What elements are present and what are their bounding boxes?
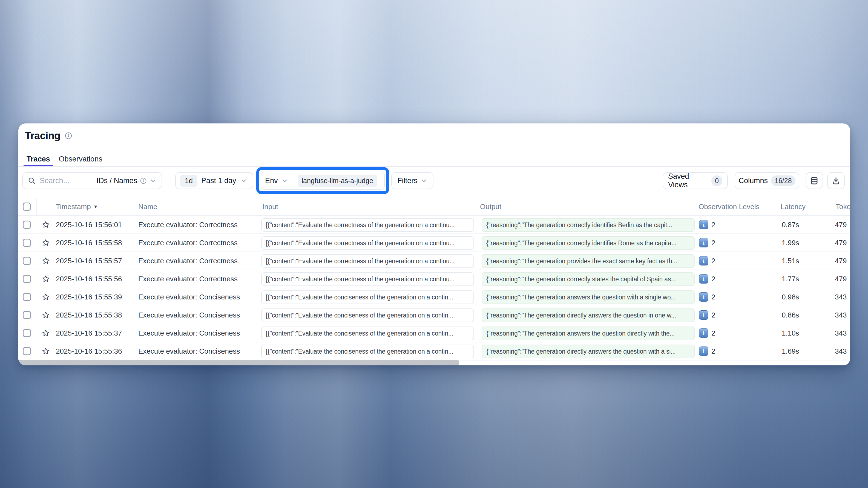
table-row[interactable]: 2025-10-16 15:55:37 Execute evaluator: C…: [18, 324, 850, 343]
table-row[interactable]: 2025-10-16 15:55:58 Execute evaluator: C…: [18, 234, 850, 252]
column-header-output[interactable]: Output: [480, 198, 501, 216]
timestamp-cell: 2025-10-16 15:55:37: [56, 324, 122, 342]
output-cell[interactable]: {"reasoning":"The generation provides th…: [482, 254, 695, 268]
input-cell[interactable]: [{"content":"Evaluate the correctness of…: [261, 254, 474, 268]
output-cell[interactable]: {"reasoning":"The generation answers the…: [482, 290, 695, 304]
search-input[interactable]: [39, 176, 81, 185]
tokens-cell: 343 →: [835, 343, 850, 360]
output-cell[interactable]: {"reasoning":"The generation answers the…: [482, 327, 695, 340]
env-filter-value-chip[interactable]: langfuse-llm-as-a-judge: [298, 174, 377, 187]
horizontal-scrollbar-thumb[interactable]: [18, 360, 459, 365]
table-row[interactable]: 2025-10-16 15:55:57 Execute evaluator: C…: [18, 252, 850, 270]
output-cell[interactable]: {"reasoning":"The generation directly an…: [482, 345, 695, 358]
column-header-latency[interactable]: Latency: [781, 198, 806, 216]
info-level-badge: i: [699, 274, 708, 284]
tab-observations[interactable]: Observations: [56, 152, 105, 166]
columns-button[interactable]: Columns 16/28: [735, 172, 799, 189]
latency-cell: 1.99s: [782, 234, 799, 252]
favorite-star-icon[interactable]: [42, 347, 50, 355]
info-icon[interactable]: [65, 132, 72, 139]
latency-cell: 1.51s: [782, 252, 799, 269]
info-level-badge: i: [699, 292, 708, 302]
search-bar[interactable]: IDs / Names: [22, 172, 162, 189]
time-range-button[interactable]: 1d Past 1 day: [175, 172, 253, 189]
row-checkbox[interactable]: [23, 293, 31, 301]
info-level-badge: i: [699, 347, 708, 356]
row-checkbox[interactable]: [23, 239, 31, 247]
observation-levels-cell: i 2: [699, 306, 715, 324]
row-checkbox[interactable]: [23, 221, 31, 229]
page-header: Tracing: [25, 130, 72, 141]
tokens-cell: 343 →: [835, 306, 850, 324]
saved-views-button[interactable]: Saved Views 0: [663, 172, 728, 189]
row-height-button[interactable]: [806, 172, 823, 189]
name-cell: Execute evaluator: Correctness: [138, 234, 238, 252]
column-header-timestamp[interactable]: Timestamp▼: [56, 198, 98, 216]
input-cell[interactable]: [{"content":"Evaluate the conciseness of…: [261, 345, 474, 358]
table-row[interactable]: 2025-10-16 15:55:39 Execute evaluator: C…: [18, 288, 850, 306]
table-row[interactable]: 2025-10-16 15:55:56 Execute evaluator: C…: [18, 270, 850, 288]
output-cell[interactable]: {"reasoning":"The generation directly an…: [482, 308, 695, 322]
observation-levels-cell: i 2: [699, 270, 715, 288]
row-checkbox[interactable]: [23, 329, 31, 337]
row-checkbox[interactable]: [23, 257, 31, 265]
info-icon: [140, 177, 147, 184]
select-all-checkbox[interactable]: [23, 202, 31, 211]
row-checkbox[interactable]: [23, 275, 31, 283]
column-header-name[interactable]: Name: [138, 198, 157, 216]
output-cell[interactable]: {"reasoning":"The generation correctly i…: [482, 236, 695, 250]
env-filter-highlight: Env langfuse-llm-as-a-judge: [256, 167, 389, 194]
export-button[interactable]: [827, 172, 845, 189]
row-checkbox[interactable]: [23, 347, 31, 355]
table-row[interactable]: 2025-10-16 15:56:01 Execute evaluator: C…: [18, 216, 850, 234]
table-row[interactable]: 2025-10-16 15:55:38 Execute evaluator: C…: [18, 306, 850, 324]
column-header-input[interactable]: Input: [262, 198, 278, 216]
time-range-short-badge: 1d: [180, 174, 197, 187]
columns-count-badge: 16/28: [771, 175, 796, 186]
env-filter-button[interactable]: Env langfuse-llm-as-a-judge: [261, 172, 385, 190]
download-icon: [832, 176, 840, 185]
input-cell[interactable]: [{"content":"Evaluate the correctness of…: [261, 272, 474, 286]
observation-levels-cell: i 2: [699, 288, 715, 306]
timestamp-cell: 2025-10-16 15:55:39: [56, 288, 122, 306]
timestamp-cell: 2025-10-16 15:55:36: [56, 343, 122, 360]
name-cell: Execute evaluator: Conciseness: [138, 288, 240, 306]
favorite-star-icon[interactable]: [42, 293, 50, 301]
search-icon: [28, 176, 36, 185]
tokens-cell: 479 →: [835, 270, 850, 288]
name-cell: Execute evaluator: Conciseness: [138, 306, 240, 324]
favorite-star-icon[interactable]: [42, 239, 50, 247]
favorite-star-icon[interactable]: [42, 221, 50, 229]
input-cell[interactable]: [{"content":"Evaluate the correctness of…: [261, 236, 474, 250]
tab-traces[interactable]: Traces: [24, 152, 53, 166]
name-cell: Execute evaluator: Correctness: [138, 252, 238, 269]
name-cell: Execute evaluator: Correctness: [138, 270, 238, 288]
output-cell[interactable]: {"reasoning":"The generation correctly s…: [482, 272, 695, 286]
tab-bar: Traces Observations: [18, 152, 850, 167]
input-cell[interactable]: [{"content":"Evaluate the conciseness of…: [261, 327, 474, 340]
input-cell[interactable]: [{"content":"Evaluate the conciseness of…: [261, 290, 474, 304]
info-level-badge: i: [699, 328, 708, 338]
favorite-star-icon[interactable]: [42, 311, 50, 319]
observation-levels-cell: i 2: [699, 234, 715, 252]
divider: [293, 176, 293, 185]
table-row[interactable]: 2025-10-16 15:55:36 Execute evaluator: C…: [18, 343, 850, 360]
observation-levels-cell: i 2: [699, 324, 715, 342]
input-cell[interactable]: [{"content":"Evaluate the correctness of…: [261, 218, 474, 232]
tokens-cell: 343 →: [835, 288, 850, 306]
favorite-star-icon[interactable]: [42, 275, 50, 283]
search-scope-select[interactable]: IDs / Names: [96, 176, 157, 185]
favorite-star-icon[interactable]: [42, 257, 50, 265]
tokens-cell: 479 →: [835, 252, 850, 269]
row-checkbox[interactable]: [23, 311, 31, 319]
table-header-row: Timestamp▼ Name Input Output Observation…: [18, 198, 850, 216]
name-cell: Execute evaluator: Conciseness: [138, 343, 240, 360]
column-header-tokens[interactable]: Tokens: [836, 198, 850, 216]
favorite-star-icon[interactable]: [42, 329, 50, 337]
latency-cell: 1.69s: [782, 343, 799, 360]
input-cell[interactable]: [{"content":"Evaluate the conciseness of…: [261, 308, 474, 322]
column-header-observation-levels[interactable]: Observation Levels: [699, 198, 760, 216]
chevron-down-icon: [281, 177, 288, 184]
output-cell[interactable]: {"reasoning":"The generation correctly i…: [482, 218, 695, 232]
filters-button[interactable]: Filters: [391, 172, 433, 189]
